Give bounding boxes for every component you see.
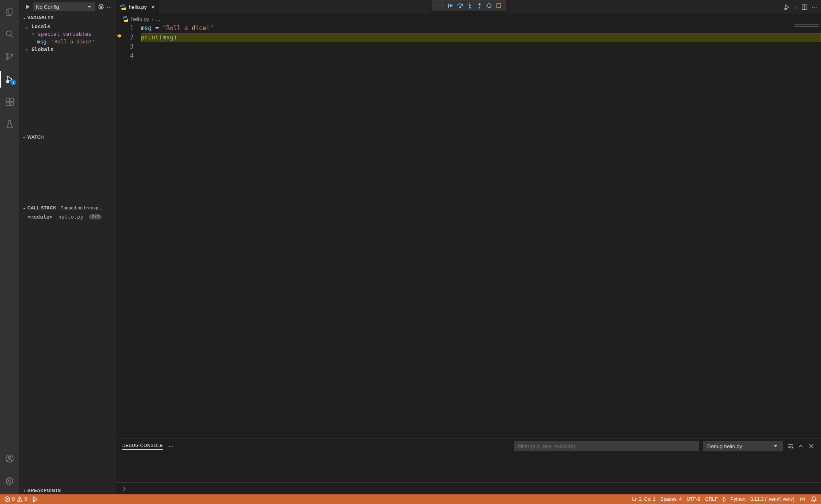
tab-hello-py[interactable]: hello.py ✕ xyxy=(116,0,160,14)
close-panel-button[interactable] xyxy=(808,443,815,449)
restart-icon xyxy=(486,2,492,9)
chevron-right-icon: › xyxy=(25,46,30,52)
stop-icon xyxy=(496,2,502,9)
stop-button[interactable] xyxy=(495,2,503,10)
svg-point-14 xyxy=(122,5,123,6)
gear-icon xyxy=(5,476,14,486)
svg-point-3 xyxy=(6,58,8,60)
callstack-frame[interactable]: <module> hello.py 2:1 xyxy=(19,213,116,221)
debug-sidebar: No Config ⋯ ⌄ VARIABLES ⌄ Locals xyxy=(19,0,116,494)
minimap[interactable] xyxy=(793,24,821,438)
svg-point-15 xyxy=(123,9,124,10)
chevron-down-icon: ⌄ xyxy=(22,134,27,139)
breadcrumb-sep: › xyxy=(152,16,153,22)
globals-label: Globals xyxy=(31,46,53,52)
status-cursor-position[interactable]: Ln 2, Col 1 xyxy=(632,496,656,502)
svg-point-4 xyxy=(11,54,13,56)
debug-console-filter[interactable] xyxy=(514,441,699,451)
continue-button[interactable] xyxy=(447,2,455,10)
search-icon xyxy=(5,29,14,39)
status-encoding[interactable]: UTF-8 xyxy=(687,496,700,502)
panel-more-tabs[interactable]: ⋯ xyxy=(169,443,174,449)
variable-name: msg: xyxy=(37,39,49,45)
activity-settings[interactable] xyxy=(0,473,19,490)
play-bug-icon xyxy=(784,4,790,10)
step-into-button[interactable] xyxy=(466,2,474,10)
run-cell-button[interactable] xyxy=(784,4,790,10)
callstack-section-header[interactable]: ⌄ CALL STACK Paused on breakp... xyxy=(19,203,116,212)
status-bar: 0 0 Ln 2, Col 1 Spaces: 4 UTF-8 CRLF {} … xyxy=(0,494,821,504)
variable-msg[interactable]: msg: 'Roll a dice!' xyxy=(19,38,116,45)
status-interpreter[interactable]: 3.11.3 ('.venv': venv) xyxy=(750,496,794,502)
breadcrumb[interactable]: hello.py › ... xyxy=(116,14,821,24)
frame-file: hello.py xyxy=(58,214,84,220)
breakpoints-section-header[interactable]: › BREAKPOINTS xyxy=(19,486,116,494)
account-icon xyxy=(5,454,14,463)
activity-accounts[interactable] xyxy=(0,450,19,467)
step-into-icon xyxy=(467,2,473,9)
locals-label: Locals xyxy=(31,23,50,29)
panel-tab-debug-console[interactable]: DEBUG CONSOLE xyxy=(122,443,163,450)
code-lines: msg = "Roll a dice!" print(msg) xyxy=(141,24,821,438)
continue-icon xyxy=(447,2,454,9)
tab-filename: hello.py xyxy=(129,4,147,10)
locals-scope[interactable]: ⌄ Locals xyxy=(19,23,116,30)
activity-scm[interactable] xyxy=(0,48,19,65)
variables-section-header[interactable]: ⌄ VARIABLES xyxy=(19,13,116,22)
chevron-down-icon xyxy=(86,4,93,10)
svg-rect-9 xyxy=(10,98,13,101)
chevron-right-icon: › xyxy=(22,488,27,493)
start-debug-button[interactable] xyxy=(24,4,31,10)
tab-close-button[interactable]: ✕ xyxy=(151,4,155,10)
status-language[interactable]: {} Python xyxy=(722,496,745,502)
special-variables-row[interactable]: › special variables xyxy=(19,30,116,38)
chevron-down-icon: ⌄ xyxy=(22,15,27,20)
chevron-right-icon: › xyxy=(31,31,36,37)
globals-scope[interactable]: › Globals xyxy=(19,45,116,53)
debug-settings-button[interactable] xyxy=(98,4,104,10)
step-over-icon xyxy=(457,2,463,9)
step-over-button[interactable] xyxy=(456,2,464,10)
watch-section-header[interactable]: ⌄ WATCH xyxy=(19,133,116,141)
special-variables-label: special variables xyxy=(38,31,91,37)
bottom-panel: DEBUG CONSOLE ⋯ Debug hello.py xyxy=(116,438,821,494)
status-feedback[interactable] xyxy=(799,496,806,502)
restart-button[interactable] xyxy=(485,2,493,10)
svg-rect-20 xyxy=(497,4,501,8)
activity-extensions[interactable] xyxy=(0,93,19,110)
activity-explorer[interactable] xyxy=(0,3,19,20)
status-spaces[interactable]: Spaces: 4 xyxy=(661,496,682,502)
status-errors[interactable]: 0 0 xyxy=(4,496,27,502)
svg-point-12 xyxy=(8,480,11,482)
code-editor[interactable]: 1 2 3 4 msg = "Roll a dice!" print(msg) xyxy=(116,24,821,438)
debug-console-repl[interactable] xyxy=(116,482,821,494)
drag-handle-icon[interactable]: ⋮⋮ xyxy=(434,3,445,9)
activity-debug[interactable]: 1 xyxy=(0,71,19,88)
editor-area: hello.py ✕ ⋮⋮ ⌄ xyxy=(116,0,821,494)
callstack-status: Paused on breakp... xyxy=(60,205,102,210)
split-editor-button[interactable] xyxy=(801,4,808,10)
variable-value: 'Roll a dice!' xyxy=(51,39,95,45)
line-number: 3 xyxy=(116,42,134,51)
run-dropdown[interactable]: ⌄ xyxy=(794,5,797,9)
status-debugging[interactable] xyxy=(32,496,38,502)
step-out-button[interactable] xyxy=(475,2,484,10)
close-icon xyxy=(808,443,815,449)
step-out-icon xyxy=(476,2,483,9)
activity-search[interactable] xyxy=(0,26,19,43)
clear-console-button[interactable] xyxy=(787,443,794,449)
variables-title: VARIABLES xyxy=(27,15,53,20)
branch-icon xyxy=(5,52,14,61)
status-notifications[interactable] xyxy=(811,496,817,502)
broadcast-icon xyxy=(799,496,806,502)
debug-config-select[interactable]: No Config xyxy=(33,2,95,11)
editor-more-button[interactable]: ⋯ xyxy=(812,4,817,10)
activity-testing[interactable] xyxy=(0,116,19,133)
play-icon xyxy=(24,4,31,10)
status-eol[interactable]: CRLF xyxy=(705,496,718,502)
debug-more-button[interactable]: ⋯ xyxy=(107,4,112,10)
execution-highlight xyxy=(141,33,821,42)
collapse-panel-button[interactable] xyxy=(798,443,804,449)
debug-session-select[interactable]: Debug hello.py xyxy=(703,441,783,451)
warning-icon xyxy=(16,496,23,502)
